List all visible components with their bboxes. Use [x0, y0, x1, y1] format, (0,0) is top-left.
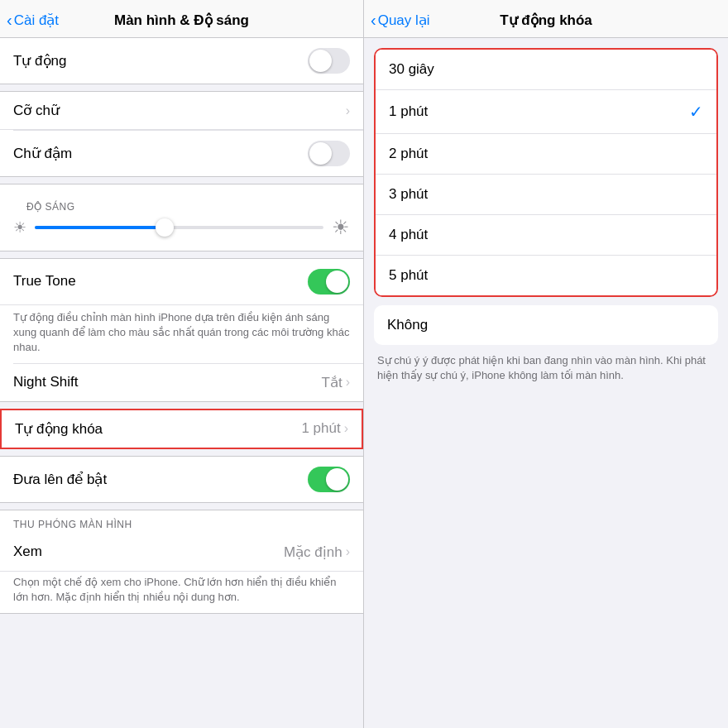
dua-len-toggle-thumb — [326, 468, 348, 491]
zoom-section: THU PHÓNG MÀN HÌNH Xem Mặc định › Chọn m… — [0, 510, 363, 614]
dua-len-label: Đưa lên để bật — [13, 471, 107, 488]
night-shift-value-text: Tắt — [322, 374, 342, 391]
option-row-3[interactable]: 3 phút — [376, 175, 716, 215]
option-row-4[interactable]: 4 phút — [376, 215, 716, 256]
true-tone-section: True Tone Tự động điều chỉnh màn hình iP… — [0, 258, 363, 402]
option-row-5[interactable]: 5 phút — [376, 256, 716, 295]
option-label-4: 4 phút — [389, 227, 428, 243]
co-chu-row[interactable]: Cỡ chữ › — [0, 92, 363, 130]
brightness-section: ĐỘ SÁNG ☀ ☀ — [0, 184, 363, 251]
night-shift-value: Tắt › — [322, 374, 350, 391]
chu-dam-toggle[interactable] — [308, 141, 350, 166]
right-back-button[interactable]: ‹ Quay lại — [371, 11, 430, 30]
option-label-3: 3 phút — [389, 186, 428, 203]
left-nav-header: ‹ Cài đặt Màn hình & Độ sáng — [0, 0, 363, 38]
slider-thumb — [156, 218, 174, 237]
co-chu-chevron-icon: › — [346, 103, 350, 118]
right-nav-header: ‹ Quay lại Tự động khóa — [364, 0, 728, 38]
true-tone-label: True Tone — [13, 273, 76, 290]
sun-large-icon: ☀ — [332, 216, 350, 239]
option-label-5: 5 phút — [389, 267, 428, 284]
back-label: Cài đặt — [14, 12, 59, 29]
khong-label: Không — [387, 317, 428, 333]
right-nav-title: Tự động khóa — [500, 12, 592, 29]
auto-lock-row[interactable]: Tự động khóa 1 phút › — [0, 409, 363, 449]
chu-dam-toggle-thumb — [309, 142, 332, 165]
true-tone-description: Tự động điều chỉnh màn hình iPhone dựa t… — [0, 305, 363, 364]
option-label-2: 2 phút — [389, 146, 428, 162]
right-back-chevron-icon: ‹ — [371, 11, 376, 30]
brightness-row: ☀ ☀ — [13, 216, 350, 239]
slider-fill — [35, 226, 165, 229]
option-label-0: 30 giây — [389, 61, 434, 78]
chu-dam-row: Chữ đậm — [0, 131, 363, 176]
true-tone-toggle-thumb — [326, 271, 348, 293]
zoom-description: Chọn một chế độ xem cho iPhone. Chữ lớn … — [0, 572, 363, 613]
co-chu-value: › — [346, 103, 350, 118]
back-chevron-icon: ‹ — [7, 11, 12, 30]
zoom-header: THU PHÓNG MÀN HÌNH — [0, 510, 363, 534]
checkmark-icon-1: ✓ — [689, 102, 703, 122]
khong-section: Không — [374, 305, 718, 345]
option-label-1: 1 phút — [389, 103, 428, 120]
dua-len-toggle[interactable] — [308, 467, 350, 492]
zoom-value: Mặc định › — [284, 544, 350, 561]
right-back-label: Quay lại — [378, 12, 430, 29]
auto-lock-label: Tự động khóa — [15, 420, 103, 438]
brightness-header: ĐỘ SÁNG — [13, 196, 350, 216]
true-tone-row: True Tone — [0, 259, 363, 305]
night-shift-label: Night Shift — [13, 374, 78, 390]
dua-len-row: Đưa lên để bật — [0, 457, 363, 502]
night-shift-row[interactable]: Night Shift Tắt › — [0, 364, 363, 401]
right-panel: ‹ Quay lại Tự động khóa 30 giây1 phút✓2 … — [364, 0, 728, 728]
night-shift-chevron-icon: › — [346, 375, 350, 390]
true-tone-toggle[interactable] — [308, 269, 350, 295]
left-nav-title: Màn hình & Độ sáng — [114, 12, 249, 29]
auto-label: Tự động — [13, 52, 66, 69]
zoom-row[interactable]: Xem Mặc định › — [0, 534, 363, 572]
options-section: 30 giây1 phút✓2 phút3 phút4 phút5 phút — [374, 48, 718, 297]
option-row-0[interactable]: 30 giây — [376, 50, 716, 90]
option-row-2[interactable]: 2 phút — [376, 134, 716, 175]
dua-len-section: Đưa lên để bật — [0, 456, 363, 503]
right-description: Sự chú ý ý được phát hiện khi ban đang n… — [364, 345, 728, 391]
co-chu-label: Cỡ chữ — [13, 102, 60, 119]
brightness-slider[interactable] — [35, 226, 323, 229]
back-button[interactable]: ‹ Cài đặt — [7, 11, 59, 30]
auto-lock-value: 1 phút › — [301, 420, 348, 437]
auto-lock-section: Tự động khóa 1 phút › — [0, 409, 363, 449]
left-panel: ‹ Cài đặt Màn hình & Độ sáng Tự động Cỡ … — [0, 0, 364, 728]
auto-lock-value-text: 1 phút — [301, 420, 340, 437]
chu-dam-label: Chữ đậm — [13, 145, 72, 162]
auto-row: Tự động — [0, 38, 363, 84]
zoom-value-text: Mặc định — [284, 544, 342, 561]
auto-toggle-thumb — [309, 50, 332, 72]
auto-toggle[interactable] — [308, 48, 350, 74]
sun-small-icon: ☀ — [13, 218, 26, 237]
auto-lock-chevron-icon: › — [344, 421, 348, 436]
option-row-1[interactable]: 1 phút✓ — [376, 90, 716, 134]
text-section: Cỡ chữ › Chữ đậm — [0, 91, 363, 177]
khong-row[interactable]: Không — [374, 305, 718, 345]
zoom-label: Xem — [13, 544, 42, 560]
zoom-chevron-icon: › — [346, 544, 350, 559]
